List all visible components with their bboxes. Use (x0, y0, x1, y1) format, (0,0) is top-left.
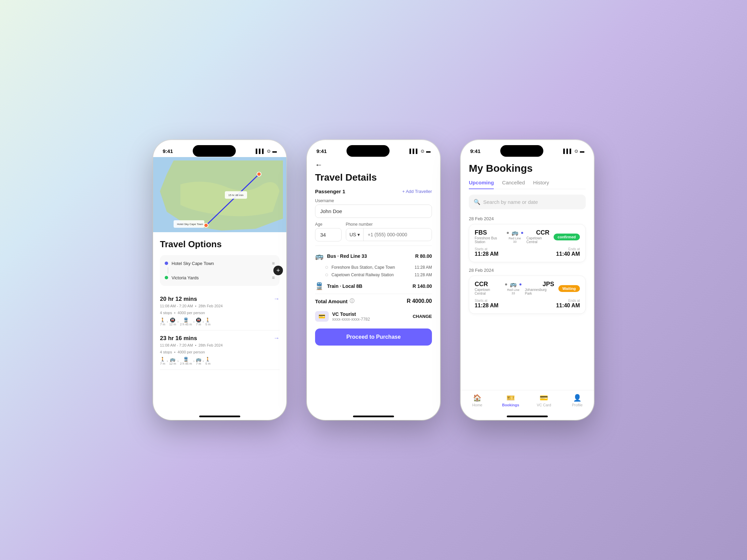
stop-1: Foreshore Bus Station, Cape Town 11:28 A… (315, 264, 432, 271)
from-label: Hotel Sky Cape Town (172, 261, 269, 266)
trip2-stops: 4 stops • 4000 per person (160, 350, 280, 354)
change-payment-button[interactable]: CHANGE (413, 314, 432, 319)
bus-left: 🚌 Bus · Red Line 33 (315, 252, 367, 260)
booking-tabs: Upcoming Cancelled History (469, 180, 586, 189)
back-button-2[interactable]: ← (315, 160, 432, 169)
booking1-from-code: FBS (475, 229, 503, 236)
status-bar-2: 9:41 ▌▌▌ ⊙ ▬ (307, 140, 440, 157)
nav-bookings[interactable]: 🎫 Bookings (494, 394, 528, 407)
vccard-nav-icon: 💳 (540, 394, 548, 402)
phone-label: Phone number (346, 222, 432, 227)
signal-icon-3: ▌▌▌ (563, 149, 573, 154)
bus-info: Bus · Red Line 33 (327, 253, 367, 259)
card-number: xxxx-xxxx-xxxx-7782 (332, 317, 370, 322)
payment-row: 💳 VC Tourist xxxx-xxxx-xxxx-7782 CHANGE (315, 308, 432, 324)
booking2-line-label: Red Line 33 (505, 288, 521, 295)
profile-nav-icon: 👤 (573, 394, 582, 402)
total-amount: R 4000.00 (407, 298, 432, 304)
phone-number-input[interactable] (364, 228, 432, 241)
tab-history[interactable]: History (533, 180, 549, 189)
booking2-route-dots: 🚌 (505, 281, 521, 288)
booking2-to: JPS Johannesburg Park (525, 281, 554, 295)
booking1-times: Starts at 11:28 AM Ends at 11:40 AM (475, 247, 580, 257)
trip-option-1[interactable]: 20 hr 12 mins → 11:08 AM - 7:20 AM • 28t… (160, 291, 280, 331)
age-phone-row: Age Phone number US ▾ (315, 222, 432, 241)
bus-name: Bus · Red Line 33 (327, 253, 367, 259)
booking1-from: FBS Foreshore Bus Station (475, 229, 503, 244)
signal-icon: ▌▌▌ (256, 149, 265, 154)
stop2-text: Capetown Central Railway Station (331, 272, 411, 277)
booking2-route: CCR Capetown Central 🚌 (475, 281, 554, 295)
add-route-button[interactable]: + (273, 266, 283, 275)
svg-text:15 hr 48 min: 15 hr 48 min (228, 194, 243, 197)
booking2-from-name: Capetown Central (475, 288, 502, 295)
trip1-stops: 4 stops • 4000 per person (160, 311, 280, 315)
battery-icon-3: ▬ (580, 149, 584, 154)
tab-upcoming[interactable]: Upcoming (469, 180, 494, 189)
train-name: Train · Local 8B (327, 283, 362, 289)
train-info: Train · Local 8B (327, 283, 362, 289)
phone-my-bookings: 9:41 ▌▌▌ ⊙ ▬ My Bookings Upcoming Cancel… (461, 140, 594, 420)
to-dot (165, 276, 168, 279)
search-box[interactable]: 🔍 Search by name or date (469, 195, 586, 209)
transport-bus: 🚌 Bus · Red Line 33 R 80.00 (315, 249, 432, 264)
trip-option-2[interactable]: 23 hr 16 mins → 11:08 AM - 7:20 AM • 28t… (160, 331, 280, 370)
bookings-nav-label: Bookings (502, 403, 519, 407)
transport-train: 🚆 Train · Local 8B R 140.00 (315, 279, 432, 294)
trip2-segments: 🚶7 m › 🚌12 m › 🚆2 h 45 m › 🚌7 m › 🚶5 m (160, 357, 280, 365)
search-icon: 🔍 (474, 199, 480, 205)
username-label: Username (315, 198, 432, 203)
svg-text:Hotel Sky Cape Town: Hotel Sky Cape Town (177, 223, 203, 226)
battery-icon-2: ▬ (426, 149, 431, 154)
age-col: Age (315, 222, 342, 241)
booking-card-1[interactable]: FBS Foreshore Bus Station 🚌 (469, 224, 586, 262)
add-traveller-button[interactable]: + Add Traveller (402, 189, 432, 194)
map-area: Hotel Sky Cape Town 15 hr 48 min (153, 157, 286, 232)
stop-2: Capetown Central Railway Station 11:28 A… (315, 271, 432, 279)
home-indicator-1 (153, 410, 286, 420)
booking1-status-badge: confirmed (554, 234, 580, 240)
stop-dot-1 (325, 266, 328, 269)
nav-home[interactable]: 🏠 Home (461, 394, 494, 407)
train-price: R 140.00 (412, 283, 432, 289)
trip1-meta: 11:08 AM - 7:20 AM • 28th Feb 2024 (160, 304, 280, 308)
trip2-arrow: → (273, 335, 280, 342)
booking1-start: Starts at 11:28 AM (475, 247, 499, 257)
card-name: VC Tourist (332, 311, 370, 317)
trip1-arrow: → (273, 295, 280, 303)
phone2-content: ← Travel Details Passenger 1 + Add Trave… (307, 157, 440, 410)
travel-options-title: Travel Options (160, 239, 280, 250)
phone-travel-options: 9:41 ▌▌▌ ⊙ ▬ (153, 140, 286, 420)
nav-vc-card[interactable]: 💳 VC Card (527, 394, 561, 407)
search-placeholder: Search by name or date (483, 199, 538, 205)
booking-card-2[interactable]: CCR Capetown Central 🚌 (469, 276, 586, 314)
status-icons-2: ▌▌▌ ⊙ ▬ (409, 149, 431, 154)
divider-1 (315, 246, 432, 246)
proceed-to-purchase-button[interactable]: Proceed to Purchase (315, 328, 432, 346)
bus-price: R 80.00 (415, 253, 432, 259)
dynamic-island-1 (193, 145, 236, 157)
nav-profile[interactable]: 👤 Profile (561, 394, 594, 407)
booking1-to-code: CCR (527, 229, 549, 236)
booking2-transport-icon: 🚌 (510, 281, 517, 288)
stop1-time: 11:28 AM (415, 265, 432, 270)
phone3-content: My Bookings Upcoming Cancelled History 🔍… (461, 157, 594, 410)
booking2-route-middle: 🚌 Red Line 33 (505, 281, 521, 295)
booking1-route-dots: 🚌 (507, 229, 523, 236)
card-icon: 💳 (315, 311, 329, 322)
total-label: Total Amount ⓘ (315, 298, 354, 304)
time-3: 9:41 (470, 148, 480, 154)
vccard-nav-label: VC Card (537, 403, 551, 407)
age-input[interactable] (315, 228, 342, 241)
signal-icon-2: ▌▌▌ (409, 149, 419, 154)
bus-icon: 🚌 (315, 252, 324, 260)
to-menu-icon[interactable]: ≡ (272, 275, 275, 280)
country-selector[interactable]: US ▾ (346, 228, 364, 241)
tab-cancelled[interactable]: Cancelled (502, 180, 525, 189)
status-bar-3: 9:41 ▌▌▌ ⊙ ▬ (461, 140, 594, 157)
username-input[interactable] (315, 205, 432, 218)
wifi-icon-2: ⊙ (421, 149, 424, 154)
trip2-duration: 23 hr 16 mins (160, 335, 197, 342)
booking1-line-label: Red Line 33 (507, 237, 523, 243)
from-menu-icon[interactable]: ≡ (272, 261, 275, 266)
